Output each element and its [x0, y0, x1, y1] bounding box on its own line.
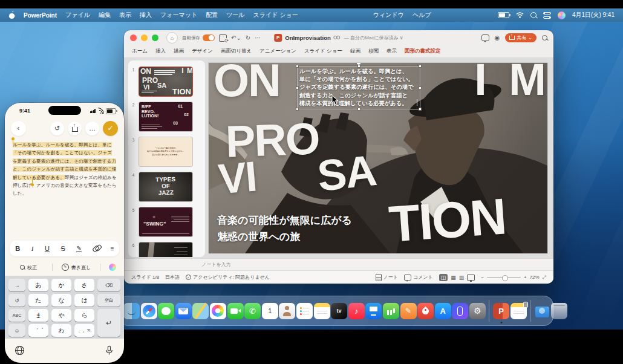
strikethrough-button[interactable]: S — [60, 245, 65, 252]
more-button[interactable]: … — [85, 122, 99, 135]
slide-word-on[interactable]: ON — [214, 63, 280, 100]
launchpad-icon[interactable] — [417, 303, 434, 319]
close-window-button[interactable] — [130, 34, 137, 41]
tab-view[interactable]: 表示 — [387, 48, 397, 55]
key-a[interactable]: あ — [28, 279, 48, 291]
proofread-button[interactable]: 校正 — [5, 264, 52, 271]
accessibility-status[interactable]: ✓ アクセシビリティ: 問題ありません — [186, 274, 270, 281]
key-return[interactable]: ↵ — [97, 309, 120, 337]
maps-icon[interactable] — [192, 303, 209, 319]
zoom-level[interactable]: 72% — [530, 275, 540, 280]
redo-icon[interactable]: ↻ — [246, 35, 250, 41]
powerpoint-dock-icon[interactable]: P — [493, 303, 509, 319]
photos-icon[interactable] — [210, 303, 226, 319]
tab-design[interactable]: デザイン — [192, 48, 213, 55]
notes-placeholder[interactable]: ノートを入力 — [201, 262, 231, 267]
key-ta[interactable]: た — [28, 294, 48, 307]
share-button-iphone[interactable] — [68, 122, 82, 135]
mail-icon[interactable] — [175, 303, 192, 319]
key-ma[interactable]: ま — [28, 309, 48, 322]
tab-animations[interactable]: アニメーション — [259, 48, 296, 55]
menu-tools[interactable]: ツール — [226, 11, 244, 19]
calendar-icon[interactable]: 1 — [262, 303, 278, 319]
undo-button[interactable]: ↺ — [50, 122, 64, 135]
slide-textbox-text[interactable]: ルールを学ぶ。ルールを破る。即興とは、 単に「その場で何かを創る」ことではない。… — [299, 68, 419, 108]
key-delete[interactable]: ⌫ — [97, 279, 120, 291]
facetime-icon[interactable] — [227, 303, 244, 319]
menu-slideshow[interactable]: スライド ショー — [253, 11, 298, 19]
safari-icon[interactable] — [141, 303, 157, 319]
messages-icon[interactable] — [158, 303, 174, 319]
finder-icon[interactable] — [123, 303, 140, 319]
record-icon[interactable]: ◉ — [495, 35, 500, 41]
menu-arrange[interactable]: 配置 — [206, 11, 218, 19]
slide-thumbnail-2[interactable]: R/FF REVO- LUTION! 01 02 03 — [139, 102, 193, 132]
normal-view-button[interactable]: ◫ — [439, 274, 448, 281]
notes-app-icon[interactable] — [314, 303, 330, 319]
slide-thumbnail-4[interactable]: TYPES OF JAZZ — [139, 172, 193, 202]
tab-slideshow[interactable]: スライド ショー — [304, 48, 342, 55]
key-wa[interactable]: わ — [51, 324, 71, 337]
numbers-icon[interactable] — [383, 303, 399, 319]
bold-button[interactable]: B — [15, 245, 20, 252]
list-icon[interactable]: ≡ — [111, 245, 114, 252]
tab-review[interactable]: 校閲 — [368, 48, 379, 55]
wifi-icon[interactable] — [516, 12, 524, 18]
menu-format[interactable]: フォーマット — [160, 11, 197, 19]
note-body-text[interactable]: ルールを学ぶ。ルールを破る。即興とは、単に「その場で何かを創る」ことではない。ジ… — [13, 141, 117, 198]
fit-slide-icon[interactable]: ⤢ — [543, 275, 546, 281]
key-dakuten[interactable]: ゛゜ — [28, 324, 48, 337]
key-ka[interactable]: か — [51, 279, 71, 291]
trash-icon[interactable] — [551, 303, 567, 319]
notes-toggle[interactable]: ノート — [376, 274, 398, 281]
resize-handle[interactable] — [419, 108, 422, 111]
zoom-slider[interactable] — [487, 277, 521, 278]
slide-word-tion[interactable]: TION — [388, 194, 507, 245]
control-center-icon[interactable] — [543, 13, 551, 18]
key-ha[interactable]: は — [74, 294, 94, 307]
undo-icon[interactable]: ↶⌄ — [231, 35, 241, 41]
resize-handle[interactable] — [357, 65, 360, 68]
menubar-app-name[interactable]: PowerPoint — [24, 12, 57, 19]
slide-subtitle[interactable]: 音楽の可能性が無限に広がる 魅惑の世界への旅 — [217, 213, 352, 245]
menu-window[interactable]: ウィンドウ — [373, 11, 404, 19]
language-indicator[interactable]: 日本語 — [165, 274, 180, 281]
key-space[interactable]: 空白 — [97, 294, 120, 307]
more-toolbar-icon[interactable]: ⋯ — [255, 35, 261, 41]
resize-handle[interactable] — [419, 65, 422, 68]
globe-key[interactable] — [15, 345, 25, 356]
apple-intelligence-button[interactable] — [100, 264, 124, 271]
done-check-button[interactable]: ✓ — [103, 121, 118, 136]
comments-toggle[interactable]: コメント — [404, 274, 433, 281]
key-na[interactable]: な — [51, 294, 71, 307]
zoom-out-button[interactable]: − — [481, 275, 484, 280]
key-undo[interactable]: ↺ — [8, 294, 25, 307]
share-button[interactable]: 共有 ⌄ — [505, 33, 537, 42]
key-emoji[interactable]: ☺ — [8, 324, 25, 337]
home-icon[interactable]: ⌂ — [166, 32, 178, 44]
slide-thumbnail-3[interactable]: 「ジャズは一種の言語だ。 私たちは楽器の音を声として話しながら、 互いに話し合っ… — [139, 137, 193, 167]
apple-menu-icon[interactable] — [8, 11, 15, 19]
back-button[interactable]: ‹ — [11, 121, 26, 136]
notes-pane[interactable]: ノートを入力 — [124, 258, 553, 270]
key-ya[interactable]: や — [51, 309, 71, 322]
tab-record[interactable]: 録画 — [350, 48, 360, 55]
slide-canvas[interactable]: ON I M PRO VI SA TION ルールを学ぶ。ルールを破る。即興とは… — [209, 63, 547, 253]
search-icon[interactable] — [542, 35, 547, 41]
rewrite-button[interactable]: ✎ 書き直し — [53, 264, 100, 271]
zoom-in-button[interactable]: + — [524, 275, 527, 280]
menu-file[interactable]: ファイル — [65, 11, 90, 19]
menubar-clock[interactable]: 4月1日(火) 9:41 — [572, 11, 615, 19]
key-ra[interactable]: ら — [74, 309, 94, 322]
autosave-toggle[interactable] — [203, 34, 215, 41]
slide-counter[interactable]: スライド 1/8 — [131, 274, 159, 281]
contacts-icon[interactable] — [279, 303, 295, 319]
key-abc[interactable]: ABC — [8, 309, 25, 322]
menu-edit[interactable]: 編集 — [99, 11, 111, 19]
save-icon[interactable] — [219, 34, 227, 42]
downloads-folder-icon[interactable] — [534, 303, 550, 319]
slide-thumbnail-5[interactable]: ※ “SWING” — [139, 207, 193, 237]
selection-handle-start[interactable] — [11, 137, 15, 140]
minimize-window-button[interactable] — [141, 34, 148, 41]
resize-handle[interactable] — [357, 108, 360, 111]
